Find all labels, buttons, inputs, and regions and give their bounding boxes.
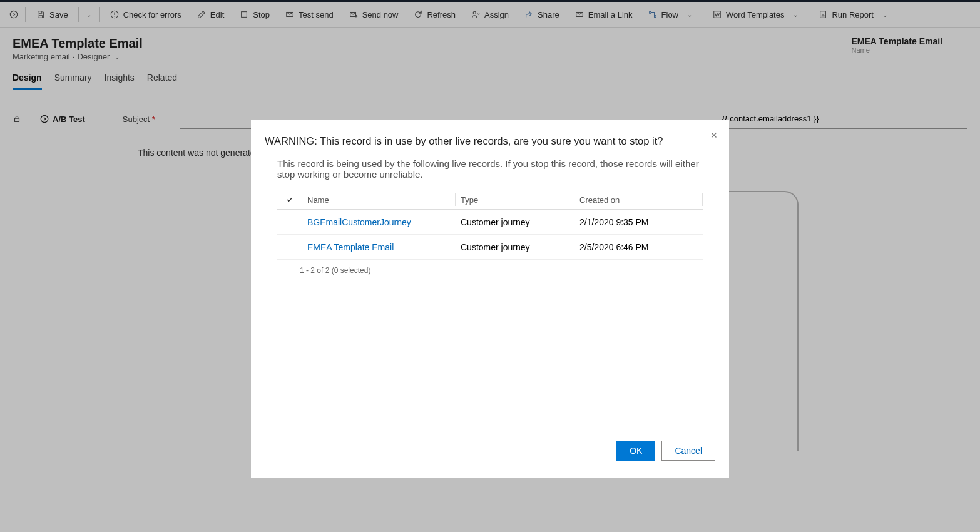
- row-type: Customer journey: [456, 242, 574, 252]
- ok-button[interactable]: OK: [616, 441, 655, 461]
- dialog-description: This record is being used by the followi…: [265, 158, 715, 180]
- table-footer: 1 - 2 of 2 (0 selected): [277, 260, 703, 285]
- row-created: 2/1/2020 9:35 PM: [574, 217, 703, 227]
- dialog-actions: OK Cancel: [265, 441, 715, 463]
- close-icon: ✕: [710, 130, 718, 140]
- cancel-button[interactable]: Cancel: [661, 441, 715, 461]
- column-type[interactable]: Type: [456, 193, 574, 206]
- dialog-table: Name Type Created on BGEmailCustomerJour…: [277, 190, 703, 285]
- column-select[interactable]: [277, 193, 302, 206]
- warning-dialog: ✕ WARNING: This record is in use by othe…: [251, 120, 729, 478]
- row-name-link[interactable]: EMEA Template Email: [302, 242, 456, 252]
- table-row[interactable]: BGEmailCustomerJourney Customer journey …: [277, 210, 703, 235]
- table-header: Name Type Created on: [277, 190, 703, 210]
- modal-overlay: ✕ WARNING: This record is in use by othe…: [0, 0, 980, 532]
- row-type: Customer journey: [456, 217, 574, 227]
- row-created: 2/5/2020 6:46 PM: [574, 242, 703, 252]
- dialog-title: WARNING: This record is in use by other …: [265, 135, 715, 147]
- dialog-close-button[interactable]: ✕: [710, 130, 718, 140]
- column-name[interactable]: Name: [302, 193, 456, 206]
- row-name-link[interactable]: BGEmailCustomerJourney: [302, 217, 456, 227]
- table-row[interactable]: EMEA Template Email Customer journey 2/5…: [277, 235, 703, 260]
- column-created[interactable]: Created on: [574, 193, 703, 206]
